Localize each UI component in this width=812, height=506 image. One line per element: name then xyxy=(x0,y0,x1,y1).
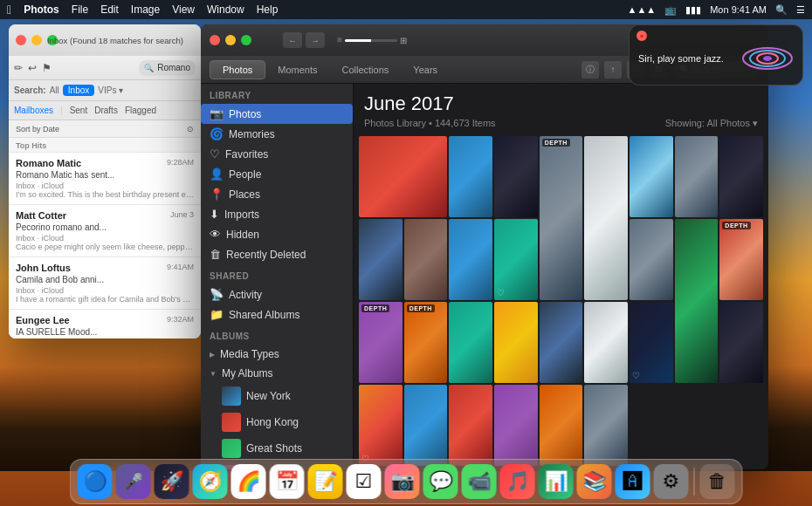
dock-notes[interactable]: 📝 xyxy=(308,464,343,499)
sidebar-item-media-types[interactable]: ▶ Media Types xyxy=(201,345,353,364)
mail-tab-inbox[interactable]: Inbox xyxy=(63,85,94,96)
photo-cell-17[interactable]: DEPTH xyxy=(404,302,448,383)
photo-cell-11[interactable] xyxy=(449,219,492,300)
photo-cell-19[interactable] xyxy=(494,302,538,383)
photos-minimize-button[interactable] xyxy=(225,35,236,45)
info-button[interactable]: ⓘ xyxy=(581,61,599,79)
nav-forward-button[interactable]: → xyxy=(306,32,325,48)
photo-cell-23[interactable] xyxy=(719,302,763,383)
photo-cell-9[interactable] xyxy=(359,219,403,300)
photo-cell-14[interactable] xyxy=(675,219,719,383)
photo-cell-6[interactable] xyxy=(630,136,673,217)
mail-item-0[interactable]: Romano Matic 9:28AM Romano Matic has sen… xyxy=(9,153,201,205)
sidebar-item-favorites[interactable]: ♡ Favorites xyxy=(201,144,353,164)
photo-cell-7[interactable] xyxy=(675,136,719,217)
sidebar-item-great-shots[interactable]: Great Shots xyxy=(201,435,353,462)
sidebar-item-places[interactable]: 📍 Places xyxy=(201,184,353,204)
dock-messages[interactable]: 💬 xyxy=(423,464,458,499)
dock-photos[interactable]: 🌈 xyxy=(231,464,266,499)
photo-cell-28[interactable] xyxy=(540,385,583,466)
mail-filter-sent[interactable]: Sent xyxy=(70,106,88,115)
menubar-app-name[interactable]: Photos xyxy=(24,3,59,16)
photos-slider[interactable]: ⊞ ⊞ xyxy=(337,36,407,45)
mail-tab-all[interactable]: All xyxy=(50,85,59,95)
share-button[interactable]: ↑ xyxy=(604,61,622,79)
dock-appstore[interactable]: 🅰 xyxy=(616,464,650,499)
menubar-view[interactable]: View xyxy=(172,3,195,16)
mail-filter-flagged[interactable]: Flagged xyxy=(125,106,156,115)
dock-systemprefs[interactable]: ⚙ xyxy=(654,464,689,499)
dock-trash[interactable]: 🗑 xyxy=(700,464,735,499)
dock-facetime[interactable]: 📹 xyxy=(462,464,497,499)
menubar-help[interactable]: Help xyxy=(257,3,279,16)
mail-search-value[interactable]: Romano xyxy=(157,63,190,72)
photo-cell-8[interactable] xyxy=(719,136,763,217)
dock-launchpad[interactable]: 🚀 xyxy=(155,464,189,499)
dock-siri[interactable]: 🎤 xyxy=(116,464,151,499)
photo-cell-24[interactable]: ♡ xyxy=(359,385,403,466)
mail-sort-bar[interactable]: Sort by Date ⊙ xyxy=(9,120,201,138)
photo-cell-18[interactable] xyxy=(449,302,492,383)
photo-cell-27[interactable] xyxy=(494,385,538,466)
dock-photos2[interactable]: 📷 xyxy=(385,464,420,499)
photo-cell-12[interactable]: ♡ xyxy=(494,219,538,300)
photo-cell-25[interactable] xyxy=(404,385,448,466)
siri-close-button[interactable]: × xyxy=(637,31,647,41)
notification-center-icon[interactable]: ☰ xyxy=(796,4,805,16)
sidebar-item-my-albums[interactable]: ▼ My Albums xyxy=(201,364,353,383)
sidebar-item-photos[interactable]: 📷 Photos xyxy=(201,104,353,124)
photo-cell-5[interactable] xyxy=(584,136,628,300)
mail-reply-icon[interactable]: ↩ xyxy=(28,62,37,74)
mail-tab-vips[interactable]: VIPs ▾ xyxy=(98,85,123,95)
sidebar-item-memories[interactable]: 🌀 Memories xyxy=(201,124,353,144)
sidebar-item-people[interactable]: 👤 People xyxy=(201,164,353,184)
photos-tab-years[interactable]: Years xyxy=(401,61,450,79)
photo-cell-2[interactable] xyxy=(449,136,492,217)
photo-cell-29[interactable] xyxy=(584,385,628,466)
menubar-window[interactable]: Window xyxy=(207,3,244,16)
slider-track[interactable] xyxy=(345,39,397,42)
nav-back-button[interactable]: ← xyxy=(283,32,302,48)
dock-music[interactable]: 🎵 xyxy=(500,464,535,499)
sidebar-item-imports[interactable]: ⬇ Imports xyxy=(201,204,353,224)
photo-cell-20[interactable] xyxy=(540,302,583,383)
photos-tab-collections[interactable]: Collections xyxy=(330,61,402,79)
photo-cell-10[interactable] xyxy=(404,219,448,300)
sidebar-item-shared-albums[interactable]: 📁 Shared Albums xyxy=(201,304,353,325)
photos-tab-photos[interactable]: Photos xyxy=(210,60,265,79)
spotlight-icon[interactable]: 🔍 xyxy=(775,4,788,16)
dock-safari[interactable]: 🧭 xyxy=(193,464,228,499)
photos-close-button[interactable] xyxy=(210,35,220,45)
showing-label[interactable]: Showing: All Photos ▾ xyxy=(665,118,758,129)
dock-reminders[interactable]: ☑ xyxy=(347,464,382,499)
menubar-edit[interactable]: Edit xyxy=(100,3,119,16)
mail-filter-drafts[interactable]: Drafts xyxy=(94,106,118,115)
photos-maximize-button[interactable] xyxy=(241,35,251,45)
dock-finder[interactable]: 🔵 xyxy=(78,464,113,499)
mail-item-3[interactable]: Eungee Lee 9:32AM IA SURELLE Mood... Inb… xyxy=(9,310,201,338)
photo-cell-13[interactable] xyxy=(630,219,673,300)
photo-cell-26[interactable] xyxy=(449,385,492,466)
sidebar-item-recently-deleted[interactable]: 🗑 Recently Deleted xyxy=(201,244,353,264)
dock-numbers[interactable]: 📊 xyxy=(539,464,574,499)
sidebar-item-activity[interactable]: 📡 Activity xyxy=(201,284,353,304)
mail-close-button[interactable] xyxy=(16,35,26,45)
apple-menu[interactable]:  xyxy=(7,3,11,17)
photo-cell-1[interactable] xyxy=(359,136,447,217)
mail-compose-icon[interactable]: ✏ xyxy=(14,62,23,74)
menubar-file[interactable]: File xyxy=(72,3,88,16)
mail-item-2[interactable]: John Loftus 9:41AM Camila and Bob anni..… xyxy=(9,257,201,310)
mail-flag-icon[interactable]: ⚑ xyxy=(42,62,52,74)
dock-calendar[interactable]: 📅 xyxy=(270,464,305,499)
sidebar-item-new-york[interactable]: New York xyxy=(201,383,353,409)
photo-cell-15[interactable]: DEPTH xyxy=(719,219,763,300)
sidebar-item-hidden[interactable]: 👁 Hidden xyxy=(201,224,353,244)
menubar-image[interactable]: Image xyxy=(131,3,160,16)
mail-item-1[interactable]: Matt Cotter June 3 Pecorino romano and..… xyxy=(9,205,201,257)
dock-books[interactable]: 📚 xyxy=(577,464,612,499)
photo-cell-3[interactable] xyxy=(494,136,538,217)
photo-cell-21[interactable] xyxy=(584,302,628,383)
photo-cell-4[interactable]: DEPTH xyxy=(540,136,583,300)
photo-cell-22[interactable]: ♡ xyxy=(630,302,673,383)
sidebar-item-hong-kong[interactable]: Hong Kong xyxy=(201,409,353,435)
